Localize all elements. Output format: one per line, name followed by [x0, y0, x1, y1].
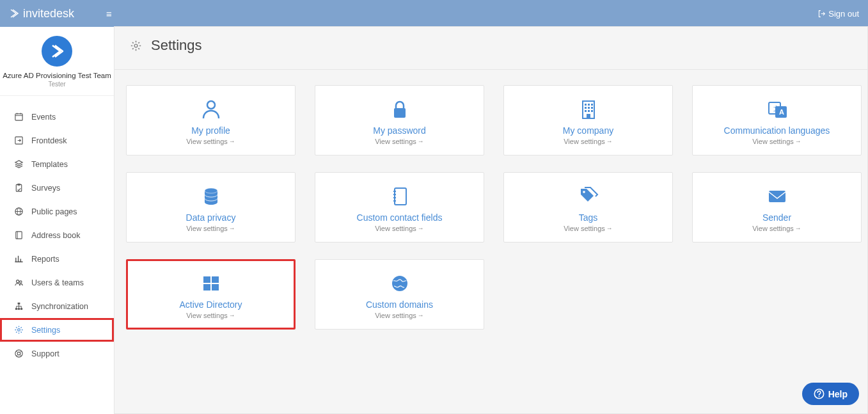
- sidebar-header: Azure AD Provisioning Test Team Tester: [0, 27, 114, 96]
- card-tags[interactable]: TagsView settings: [503, 172, 673, 243]
- building-icon: [577, 98, 600, 121]
- layers-icon: [14, 159, 24, 169]
- page-header: Settings: [114, 27, 867, 70]
- card-custom-domains[interactable]: Custom domainsView settings: [315, 259, 484, 330]
- sidebar-item-public-pages[interactable]: Public pages: [0, 200, 114, 223]
- tags-icon: [577, 185, 600, 208]
- sidebar-item-users-teams[interactable]: Users & teams: [0, 271, 114, 294]
- gear-icon: [14, 325, 24, 335]
- logo-icon: [9, 8, 19, 19]
- lifebuoy-icon: [14, 349, 24, 358]
- role-label: Tester: [0, 81, 114, 88]
- settings-grid: My profileView settingsMy passwordView s…: [114, 70, 867, 345]
- book-icon: [14, 230, 24, 240]
- brand-light: invite: [23, 7, 50, 20]
- lang-icon: [766, 98, 789, 121]
- sidebar-item-templates[interactable]: Templates: [0, 152, 114, 176]
- content-area: Settings My profileView settingsMy passw…: [114, 26, 868, 414]
- calendar-icon: [14, 112, 24, 122]
- page-title: Settings: [151, 37, 202, 54]
- signout-label: Sign out: [828, 9, 859, 19]
- enter-icon: [14, 136, 24, 145]
- database-icon: [200, 185, 223, 208]
- envelope-icon: [766, 185, 789, 208]
- brand-bold: desk: [50, 7, 74, 20]
- sidebar-item-surveys[interactable]: Surveys: [0, 176, 114, 200]
- card-data-privacy[interactable]: Data privacyView settings: [126, 172, 296, 243]
- card-communication-languages[interactable]: Communication languagesView settings: [692, 85, 862, 155]
- team-avatar: [42, 36, 72, 67]
- notebook-icon: [388, 185, 411, 208]
- sidebar-item-frontdesk[interactable]: Frontdesk: [0, 129, 114, 152]
- card-custom-contact-fields[interactable]: Custom contact fieldsView settings: [315, 172, 484, 243]
- windows-icon: [200, 272, 223, 295]
- sidebar-item-address-book[interactable]: Address book: [0, 223, 114, 247]
- sidebar-item-synchronization[interactable]: Synchronization: [0, 294, 114, 318]
- sidebar-item-events[interactable]: Events: [0, 105, 114, 129]
- hamburger-menu-icon[interactable]: ≡: [106, 8, 112, 19]
- users-icon: [14, 278, 24, 287]
- sidebar-item-reports[interactable]: Reports: [0, 247, 114, 271]
- sidebar-item-support[interactable]: Support: [0, 342, 114, 365]
- sidebar: Azure AD Provisioning Test Team Tester E…: [0, 27, 114, 414]
- brand-logo: invitedesk: [9, 7, 74, 20]
- card-my-password[interactable]: My passwordView settings: [315, 85, 484, 155]
- lock-icon: [388, 98, 411, 121]
- topbar: invitedesk ≡ Sign out: [0, 0, 868, 27]
- bars-icon: [14, 254, 24, 264]
- help-label: Help: [828, 389, 848, 399]
- world-icon: [388, 272, 411, 295]
- sign-out-button[interactable]: Sign out: [817, 9, 859, 19]
- card-my-company[interactable]: My companyView settings: [503, 85, 673, 155]
- globe-icon: [14, 207, 24, 216]
- nav-list: EventsFrontdeskTemplatesSurveysPublic pa…: [0, 96, 114, 365]
- team-name: Azure AD Provisioning Test Team: [0, 72, 114, 79]
- sidebar-item-settings[interactable]: Settings: [0, 318, 114, 342]
- clipboard-icon: [14, 183, 24, 193]
- card-sender[interactable]: SenderView settings: [692, 172, 862, 243]
- card-active-directory[interactable]: Active DirectoryView settings: [126, 259, 296, 330]
- user-icon: [200, 98, 223, 121]
- sitemap-icon: [14, 301, 24, 311]
- help-icon: [814, 388, 825, 399]
- gear-icon: [130, 40, 142, 52]
- signout-icon: [817, 10, 826, 18]
- help-button[interactable]: Help: [802, 383, 859, 405]
- card-my-profile[interactable]: My profileView settings: [126, 85, 296, 155]
